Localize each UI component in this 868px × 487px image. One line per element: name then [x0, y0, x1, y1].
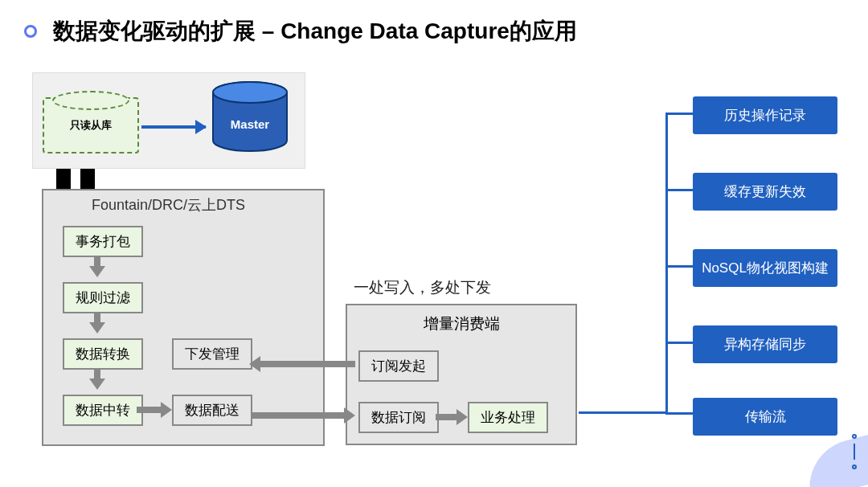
slide-title: 数据变化驱动的扩展 – Change Data Capture的应用 — [53, 16, 577, 47]
diagram-canvas: 只读从库 Master Fountain/DRC/云上DTS 事务打包 规则过滤… — [0, 56, 868, 474]
arrow-right-icon — [137, 406, 172, 414]
arrow-right-icon — [252, 411, 355, 419]
target-stream: 传输流 — [693, 398, 837, 436]
corner-decoration-icon — [799, 432, 868, 487]
main-panel-title: Fountain/DRC/云上DTS — [92, 195, 245, 215]
arrow-icon — [141, 125, 206, 129]
target-history: 历史操作记录 — [693, 96, 837, 134]
main-processing-panel: Fountain/DRC/云上DTS 事务打包 规则过滤 数据转换 数据中转 下… — [42, 189, 325, 446]
svg-point-1 — [213, 82, 287, 103]
arrow-down-icon — [92, 313, 103, 334]
target-cache: 缓存更新失效 — [693, 173, 837, 211]
circle-bullet-icon — [24, 25, 37, 38]
box-biz-process: 业务处理 — [468, 402, 548, 433]
box-subscribe-init: 订阅发起 — [358, 350, 439, 382]
consumer-panel-title: 增量消费端 — [347, 313, 575, 334]
master-db-label: Master — [210, 117, 290, 131]
connector-line — [579, 411, 667, 414]
arrow-down-icon — [92, 369, 103, 390]
title-row: 数据变化驱动的扩展 – Change Data Capture的应用 — [0, 0, 868, 47]
step-filter: 规则过滤 — [63, 282, 143, 313]
step-pack: 事务打包 — [63, 226, 143, 257]
arrow-right-icon — [436, 413, 468, 421]
step-relay: 数据中转 — [63, 395, 143, 426]
connector-line — [665, 113, 694, 115]
note-text: 一处写入，多处下发 — [354, 277, 491, 298]
step-delivery-mgmt: 下发管理 — [172, 338, 252, 370]
arrow-down-icon — [92, 256, 103, 277]
target-nosql: NoSQL物化视图构建 — [693, 249, 837, 287]
target-hetero: 异构存储同步 — [693, 325, 837, 363]
arrow-left-icon — [249, 360, 355, 368]
connector-line — [665, 265, 694, 268]
connector-line — [665, 342, 694, 344]
step-deliver: 数据配送 — [172, 395, 252, 426]
connector-line — [665, 189, 694, 191]
connector-line — [665, 412, 694, 415]
replica-db-label: 只读从库 — [70, 118, 112, 133]
database-panel: 只读从库 Master — [32, 72, 305, 169]
connector-line — [665, 113, 668, 412]
box-data-subscribe: 数据订阅 — [358, 402, 439, 433]
footer-dots-icon — [852, 434, 857, 469]
step-transform: 数据转换 — [63, 338, 143, 370]
replica-db-icon: 只读从库 — [43, 97, 139, 153]
consumer-panel: 增量消费端 订阅发起 数据订阅 业务处理 — [346, 304, 577, 445]
master-db-icon: Master — [210, 81, 290, 153]
